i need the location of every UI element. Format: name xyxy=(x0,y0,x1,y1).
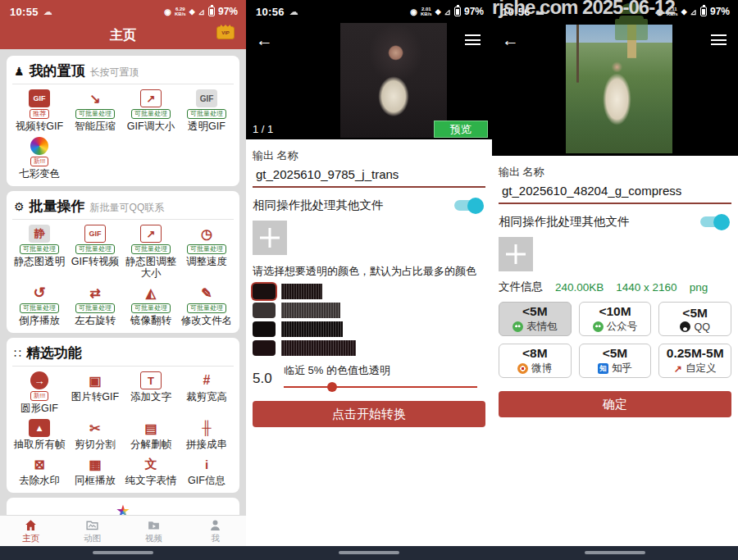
feature-item[interactable]: ⊠ 去除水印 xyxy=(12,455,66,486)
batch-toggle[interactable] xyxy=(700,216,727,227)
feature-item[interactable]: ▦ 同框播放 xyxy=(68,455,122,486)
feature-label: 左右旋转 xyxy=(75,315,116,326)
back-button[interactable]: ← xyxy=(502,31,519,48)
gif-resize-icon: ↗ xyxy=(140,89,162,107)
feature-item[interactable]: GIF 可批量处理 GIF转视频 xyxy=(68,225,122,279)
color-swatch[interactable] xyxy=(253,284,276,299)
feature-label: 智能压缩 xyxy=(75,121,116,132)
feature-item[interactable]: ↗ 可批量处理 静态图调整大小 xyxy=(124,225,178,279)
feature-label: 去除水印 xyxy=(19,475,60,486)
preview-button[interactable]: 预览 xyxy=(434,121,488,138)
gesture-pill[interactable] xyxy=(339,551,399,554)
section-batch: ⚙ 批量操作 新批量可QQ联系 静 可批量处理 静态图透明 GIF 可批量处理 … xyxy=(7,191,239,333)
color-swatch[interactable] xyxy=(253,340,276,356)
featured-grid: → 新!!! 圆形GIF ▣ 图片转GIF T 添加文字 # 裁剪宽高 ▴ 抽取… xyxy=(12,371,234,486)
feature-badge: 可批量处理 xyxy=(187,244,226,254)
section-title: 我的置顶 xyxy=(30,61,85,80)
gears-icon: ⚙ xyxy=(14,200,25,213)
nav-me[interactable]: 我 xyxy=(184,516,246,546)
feature-item[interactable]: ╫ 拼接成串 xyxy=(180,419,234,450)
size-target-label: 微博 xyxy=(531,362,552,376)
menu-icon[interactable] xyxy=(711,34,727,45)
nav-home[interactable]: 主页 xyxy=(0,516,61,546)
net-unit: KB/s xyxy=(421,11,432,16)
zhihu-icon: 知 xyxy=(598,363,608,374)
feature-item[interactable]: ▤ 分解删帧 xyxy=(124,419,178,450)
feature-item[interactable]: ⇄ 可批量处理 左右旋转 xyxy=(68,284,122,326)
weather-icon: ☁ xyxy=(43,7,52,17)
feature-badge: 新!!! xyxy=(30,391,49,401)
feature-item[interactable]: 静 可批量处理 静态图透明 xyxy=(12,225,66,279)
filename-input[interactable]: gt_2025610_9785_j_trans xyxy=(253,167,485,188)
feature-item[interactable]: ▴ 抽取所有帧 xyxy=(12,419,66,450)
feature-label: 图片转GIF xyxy=(71,391,119,403)
color-row xyxy=(253,284,485,299)
file-info-row: 文件信息 240.00KB 1440 x 2160 png xyxy=(499,280,731,294)
feature-item[interactable]: ↘ 可批量处理 智能压缩 xyxy=(68,89,122,132)
size-limit-label: <10M xyxy=(599,304,631,319)
batch-toggle[interactable] xyxy=(454,200,481,211)
feature-item[interactable]: ↗ 可批量处理 GIF调大小 xyxy=(124,89,178,132)
splice-icon: ╫ xyxy=(196,419,217,437)
tolerance-slider[interactable] xyxy=(284,386,477,388)
feature-item[interactable]: ◭ 可批量处理 镜像翻转 xyxy=(124,284,178,326)
gesture-pill[interactable] xyxy=(585,551,645,554)
selected-image-preview xyxy=(566,25,672,153)
feature-item[interactable]: ◷ 可批量处理 调整速度 xyxy=(180,225,234,279)
nav-video[interactable]: 视频 xyxy=(123,516,184,546)
feature-badge: 可批量处理 xyxy=(20,303,59,313)
size-option[interactable]: <5M 表情包 xyxy=(499,302,572,336)
home-icon xyxy=(23,518,39,532)
color-swatch[interactable] xyxy=(253,303,276,318)
tolerance-slider-thumb[interactable] xyxy=(327,382,337,392)
feature-label: 拼接成串 xyxy=(186,439,227,450)
feature-item[interactable]: GIF 推荐 视频转GIF xyxy=(12,89,66,132)
size-option[interactable]: <5M QQ xyxy=(658,302,731,336)
feature-item[interactable]: 文 纯文字表情 xyxy=(124,455,178,486)
tolerance-label: 临近 5% 的色值也透明 xyxy=(284,364,390,376)
feature-badge: 可批量处理 xyxy=(131,244,171,254)
more-functions-button[interactable]: ★ 更多功能 xyxy=(7,498,239,515)
vip-badge-icon[interactable]: VIP xyxy=(216,26,235,39)
feature-item[interactable]: i GIF信息 xyxy=(180,455,234,486)
color-hint: 请选择想要透明的颜色，默认为占比最多的颜色 xyxy=(253,264,485,279)
color-row xyxy=(253,303,485,318)
size-option[interactable]: <5M 知 知乎 xyxy=(579,344,652,378)
size-option[interactable]: <8M 微博 xyxy=(499,344,572,378)
grid-dots-icon: ∷ xyxy=(14,347,21,360)
filename-input[interactable]: gt_2025610_48204_g_compress xyxy=(499,184,731,204)
signal-icon: ⊿ xyxy=(444,7,451,16)
static-transparent-icon: 静 xyxy=(29,225,50,243)
menu-icon[interactable] xyxy=(465,34,481,45)
back-button[interactable]: ← xyxy=(256,31,273,48)
start-convert-button[interactable]: 点击开始转换 xyxy=(253,401,485,427)
nav-gifs[interactable]: 动图 xyxy=(61,516,123,546)
feature-item[interactable]: GIF 可批量处理 透明GIF xyxy=(180,89,234,132)
weibo-icon xyxy=(517,363,528,374)
feature-item[interactable]: 新!!! 七彩变色 xyxy=(12,137,66,180)
home-content: ♟ 我的置顶 长按可置顶 GIF 推荐 视频转GIF ↘ 可批量处理 智能压缩 … xyxy=(0,51,246,515)
feature-badge: 可批量处理 xyxy=(75,244,115,254)
color-swatch[interactable] xyxy=(253,321,276,337)
feature-item[interactable]: ✂ 剪切分割 xyxy=(68,419,122,450)
feature-item[interactable]: ✎ 可批量处理 修改文件名 xyxy=(180,284,234,326)
feature-item[interactable]: → 新!!! 圆形GIF xyxy=(12,371,66,414)
feature-item[interactable]: T 添加文字 xyxy=(124,371,178,414)
size-limit-label: 0.25M-5M xyxy=(667,346,724,361)
feature-item[interactable]: ↺ 可批量处理 倒序播放 xyxy=(12,284,66,326)
size-option[interactable]: <10M 公众号 xyxy=(579,302,652,336)
gesture-pill[interactable] xyxy=(93,551,153,554)
wechat-icon xyxy=(512,321,523,332)
battery-icon xyxy=(208,7,215,16)
add-file-button[interactable] xyxy=(253,221,287,255)
feature-item[interactable]: ▣ 图片转GIF xyxy=(68,371,122,414)
custom-icon: ↗ xyxy=(674,363,682,374)
confirm-button[interactable]: 确定 xyxy=(499,391,731,417)
feature-label: 静态图调整大小 xyxy=(124,256,178,279)
size-option[interactable]: 0.25M-5M ↗ 自定义 xyxy=(658,344,731,378)
feature-item[interactable]: # 裁剪宽高 xyxy=(180,371,234,414)
status-bar: 10:55 ☁ ◉ 6.29KB/s ◆ ⊿ 97% xyxy=(0,0,246,21)
add-file-button[interactable] xyxy=(499,237,533,271)
feature-label: 添加文字 xyxy=(130,391,171,403)
static-resize-icon: ↗ xyxy=(140,225,162,243)
